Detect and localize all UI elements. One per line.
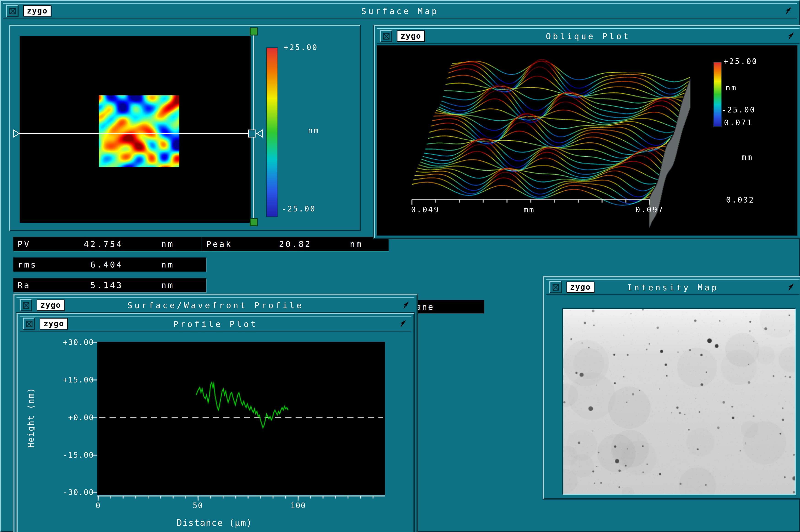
slice-top-green-handle[interactable]: [250, 28, 257, 35]
y-tick-label: +15.00: [57, 375, 94, 385]
profile-x-axis-label: Distance (µm): [137, 518, 292, 528]
oblique-plot-area: 0.049 mm 0.097 +25.00 nm -25.00 0.071 mm…: [377, 45, 797, 235]
result-ra-label: Ra: [18, 281, 62, 290]
oblique-depth-unit-label: mm: [742, 152, 753, 162]
slice-right-square-handle[interactable]: [249, 130, 256, 137]
oblique-x-right-label: 0.097: [628, 205, 671, 214]
oblique-colorbar: [713, 62, 722, 127]
result-peak-label: Peak: [206, 239, 251, 249]
surface-map-close-button[interactable]: [6, 4, 19, 17]
window-control-flag-icon: [401, 301, 410, 309]
surface-map-titlebar[interactable]: zygo Surface Map: [3, 3, 797, 19]
surface-colorbar-unit: nm: [308, 126, 320, 135]
close-icon: [22, 302, 29, 308]
y-tick-label: -30.00: [57, 488, 94, 497]
truncated-field[interactable]: ane: [414, 300, 484, 314]
surface-colorbar: [266, 47, 278, 217]
oblique-x-left-label: 0.049: [404, 205, 447, 214]
profile-outer-titlebar[interactable]: zygo Surface/Wavefront Profile: [17, 298, 414, 313]
window-control-flag-icon: [784, 6, 793, 15]
result-peak[interactable]: Peak 20.82 nm: [202, 237, 388, 251]
result-peak-unit: nm: [350, 239, 363, 249]
oblique-colorbar-max: +25.00: [724, 57, 758, 66]
oblique-window-title: Oblique Plot: [377, 31, 799, 41]
result-pv-value: 42.754: [62, 239, 123, 249]
x-tick-label: 50: [188, 501, 208, 511]
surface-colorbar-min: -25.00: [282, 204, 316, 213]
intensity-image: [562, 308, 796, 495]
result-rms[interactable]: rms 6.404 nm: [14, 258, 206, 272]
close-icon: [9, 7, 16, 14]
profile-outer-close-button[interactable]: [20, 299, 32, 311]
surface-map-menu-button[interactable]: [782, 5, 794, 17]
result-rms-unit: nm: [161, 260, 175, 269]
intensity-close-button[interactable]: [549, 281, 562, 293]
x-tick-label: 100: [288, 501, 308, 511]
surface-colorbar-max: +25.00: [284, 43, 318, 52]
profile-plot-menu-button[interactable]: [397, 318, 408, 329]
oblique-plot-window: zygo Oblique Plot 0.049 mm 0.097 +25.00 …: [374, 25, 800, 239]
intensity-menu-button[interactable]: [785, 281, 797, 293]
oblique-titlebar[interactable]: zygo Oblique Plot: [377, 28, 799, 44]
surface-map-window: zygo Surface Map: [0, 0, 800, 532]
oblique-x-unit-label: mm: [508, 205, 551, 214]
result-ra-unit: nm: [161, 281, 175, 290]
profile-plot-close-button[interactable]: [23, 318, 35, 330]
slice-right-arrow-handle[interactable]: [257, 130, 262, 137]
window-control-flag-icon: [786, 32, 795, 40]
y-tick-label: -15.00: [57, 451, 94, 460]
result-pv-label: PV: [18, 239, 62, 249]
profile-trace-plot: [19, 330, 411, 530]
oblique-depth-near-label: 0.071: [724, 118, 752, 127]
intensity-titlebar[interactable]: zygo Intensity Map: [546, 279, 800, 295]
window-control-flag-icon: [398, 319, 407, 328]
zygo-logo-button[interactable]: zygo: [566, 281, 594, 293]
oblique-colorbar-min: -25.00: [722, 105, 756, 115]
y-tick-label: +30.00: [57, 338, 94, 347]
y-tick-label: +0.00: [57, 413, 94, 422]
slice-bottom-green-handle[interactable]: [250, 218, 257, 226]
close-icon: [552, 284, 559, 290]
profile-plot-title: Profile Plot: [20, 319, 412, 329]
oblique-colorbar-unit: nm: [726, 83, 737, 92]
slice-left-handle-icon[interactable]: [14, 130, 19, 137]
profile-plot-window: zygo Profile Plot Height (nm) Distance (…: [17, 313, 414, 532]
zygo-logo-button[interactable]: zygo: [397, 31, 425, 42]
intensity-map-window: zygo Intensity Map: [543, 277, 800, 499]
app-root: zygo Surface Map: [0, 0, 800, 532]
result-ra[interactable]: Ra 5.143 nm: [14, 279, 206, 292]
surface-map-panel: +25.00 nm -25.00: [10, 25, 361, 231]
truncated-field-text: ane: [416, 302, 434, 311]
window-control-flag-icon: [786, 283, 795, 291]
zygo-logo-button[interactable]: zygo: [40, 318, 68, 329]
profile-y-axis-label: Height (nm): [26, 371, 36, 464]
profile-slice-overlay[interactable]: [10, 26, 360, 230]
oblique-menu-button[interactable]: [785, 31, 797, 42]
result-rms-value: 6.404: [62, 260, 123, 269]
result-ra-value: 5.143: [62, 281, 123, 290]
profile-outer-title: Surface/Wavefront Profile: [17, 300, 414, 310]
close-icon: [383, 33, 389, 39]
close-icon: [25, 320, 32, 327]
oblique-depth-far-label: 0.032: [726, 195, 755, 205]
profile-outer-window: zygo Surface/Wavefront Profile: [14, 294, 418, 532]
profile-outer-menu-button[interactable]: [400, 300, 412, 311]
zygo-logo-button[interactable]: zygo: [23, 5, 51, 17]
x-tick-label: 0: [88, 501, 108, 511]
result-pv-unit: nm: [161, 239, 175, 249]
oblique-close-button[interactable]: [380, 30, 392, 42]
result-pv[interactable]: PV 42.754 nm: [14, 237, 206, 251]
profile-plot-titlebar[interactable]: zygo Profile Plot: [20, 316, 412, 331]
zygo-logo-button[interactable]: zygo: [37, 300, 65, 311]
result-peak-value: 20.82: [251, 239, 311, 249]
profile-plot-area: Height (nm) Distance (µm) +30.00 +15.00 …: [19, 330, 411, 530]
result-rms-label: rms: [18, 260, 62, 269]
main-window-title: Surface Map: [3, 6, 797, 16]
